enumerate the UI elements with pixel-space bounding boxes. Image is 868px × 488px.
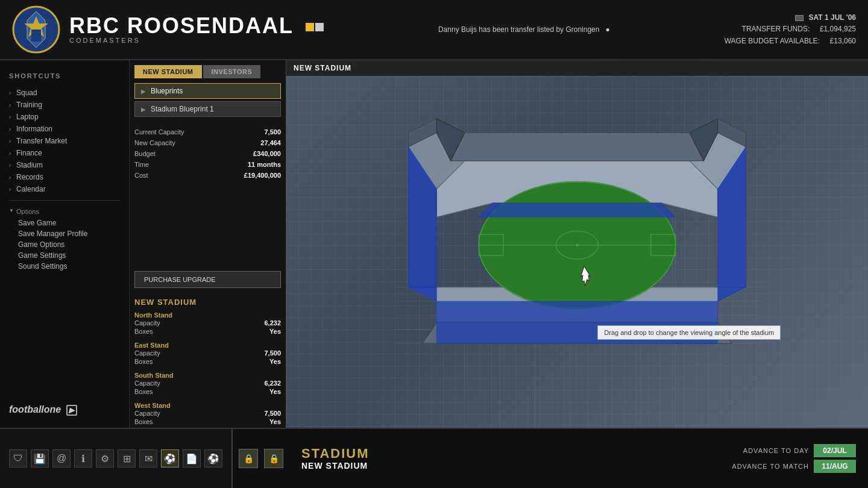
- arrow-icon: ›: [9, 162, 11, 169]
- sidebar-item-game-settings[interactable]: Game Settings: [9, 250, 120, 261]
- svg-point-33: [576, 244, 579, 247]
- bottom-icon-at[interactable]: @: [52, 449, 71, 468]
- arrow-icon: ›: [9, 102, 11, 108]
- advance-match-label: ADVANCE TO MATCH: [719, 463, 809, 470]
- transfer-funds-value: £1,094,925: [820, 25, 856, 33]
- svg-rect-3: [31, 30, 41, 42]
- list-section: ▶ Blueprints ▶ Stadium Blueprint 1: [130, 78, 286, 122]
- nav-divider: [9, 200, 120, 201]
- stat-current-capacity: Current Capacity 7,500: [134, 127, 281, 137]
- center-scroll[interactable]: NEW STADIUM North Stand Capacity 6,232 B…: [130, 293, 286, 428]
- stat-new-capacity: New Capacity 27,464: [134, 137, 281, 148]
- north-stand: North Stand Capacity 6,232 Boxes Yes: [134, 311, 281, 336]
- east-stand: East Stand Capacity 7,500 Boxes Yes: [134, 342, 281, 366]
- bottom-icons: 🛡 💾 @ ℹ ⚙ ⊞ ✉ ⚽ 📄 ⚽: [0, 429, 233, 488]
- sidebar-item-stadium[interactable]: › Stadium: [9, 159, 120, 171]
- sidebar-item-information[interactable]: › Information: [9, 123, 120, 135]
- arrow-icon: ›: [9, 174, 11, 181]
- top-bar: RBC ROOSENDAAL CODEMASTERS Danny Buijs h…: [0, 0, 868, 60]
- bottom-icon-settings[interactable]: ⚙: [96, 449, 114, 468]
- stadium-view[interactable]: NEW STADIUM: [286, 60, 868, 428]
- bottom-icon-soccer2[interactable]: ⚽: [204, 449, 222, 468]
- wage-budget-label: WAGE BUDGET AVAILABLE:: [725, 37, 820, 45]
- tab-investors[interactable]: INVESTORS: [203, 65, 261, 78]
- bottom-icon-info[interactable]: ℹ: [74, 449, 92, 468]
- sidebar-item-save-game[interactable]: Save Game: [9, 217, 120, 228]
- bottom-bar: 🛡 💾 @ ℹ ⚙ ⊞ ✉ ⚽ 📄 ⚽ 🔒 🔒 STADIUM NEW STAD…: [0, 428, 868, 488]
- advance-day-label: ADVANCE TO DAY: [719, 447, 809, 454]
- stadium-3d[interactable]: Drag and drop to change the viewing angl…: [286, 77, 868, 428]
- bottom-icon-doc[interactable]: 📄: [183, 449, 201, 468]
- sidebar-item-squad[interactable]: › Squad: [9, 87, 120, 99]
- shortcuts-title: SHORTCUTS: [9, 72, 120, 80]
- purchase-upgrade-button[interactable]: Purchase Upgrade: [134, 271, 281, 288]
- sidebar: SHORTCUTS › Squad › Training › Laptop › …: [0, 60, 130, 428]
- arrow-icon: ›: [9, 90, 11, 96]
- stat-time: Time 11 months: [134, 159, 281, 170]
- south-stand: South Stand Capacity 6,232 Boxes Yes: [134, 372, 281, 396]
- football-one-icon: ▶: [66, 405, 77, 416]
- envelope-icon: [795, 15, 804, 21]
- sidebar-item-calendar[interactable]: › Calendar: [9, 183, 120, 195]
- bottom-icon-shield[interactable]: 🛡: [9, 449, 27, 468]
- list-item-blueprints[interactable]: ▶ Blueprints: [134, 83, 281, 99]
- club-name: RBC ROOSENDAAL: [69, 15, 294, 37]
- chevron-down-icon: ▼: [9, 208, 14, 213]
- transfer-funds-label: TRANSFER FUNDS:: [742, 25, 810, 33]
- color-box-2: [315, 23, 324, 31]
- sidebar-item-save-manager-profile[interactable]: Save Manager Profile: [9, 228, 120, 239]
- tab-new-stadium[interactable]: NEW STADIUM: [134, 65, 202, 78]
- lock-icon-1[interactable]: 🔒: [239, 449, 258, 468]
- stadium-tooltip: Drag and drop to change the viewing angl…: [597, 325, 781, 340]
- play-icon: ▶: [141, 88, 146, 95]
- sidebar-item-game-options[interactable]: Game Options: [9, 239, 120, 250]
- stadium-section: NEW STADIUM North Stand Capacity 6,232 B…: [130, 293, 286, 428]
- club-name-block: RBC ROOSENDAAL CODEMASTERS: [69, 15, 324, 44]
- svg-marker-21: [451, 133, 704, 161]
- bottom-icon-grid[interactable]: ⊞: [118, 449, 136, 468]
- bottom-stadium-label: STADIUM: [301, 446, 706, 461]
- advance-match-value[interactable]: 11/AUG: [814, 460, 856, 473]
- bottom-stadium-sub: NEW STADIUM: [301, 461, 706, 471]
- bottom-icon-mail[interactable]: ✉: [139, 449, 157, 468]
- stat-cost: Cost £19,400,000: [134, 170, 281, 181]
- bottom-icon-soccer[interactable]: ⚽: [161, 449, 179, 468]
- sidebar-item-finance[interactable]: › Finance: [9, 147, 120, 159]
- football-one-text: footballone: [9, 404, 61, 414]
- bottom-lock-section: 🔒 🔒: [233, 429, 289, 488]
- advance-day-row: ADVANCE TO DAY 02/JUL: [719, 444, 856, 457]
- svg-marker-34: [479, 203, 675, 217]
- main-content: NEW STADIUM INVESTORS ▶ Blueprints ▶ Sta…: [130, 60, 868, 428]
- stadium-svg: [286, 77, 868, 428]
- sidebar-item-laptop[interactable]: › Laptop: [9, 111, 120, 123]
- play-icon: ▶: [141, 106, 146, 113]
- sidebar-item-training[interactable]: › Training: [9, 99, 120, 111]
- advance-day-value[interactable]: 02/JUL: [814, 444, 856, 457]
- color-box-1: [306, 23, 314, 31]
- news-ticker: Danny Buijs has been transfer listed by …: [324, 25, 725, 34]
- lock-icon-2[interactable]: 🔒: [264, 449, 283, 468]
- advance-section: ADVANCE TO DAY 02/JUL ADVANCE TO MATCH 1…: [719, 444, 868, 473]
- sidebar-item-transfer-market[interactable]: › Transfer Market: [9, 135, 120, 147]
- arrow-icon: ›: [9, 138, 11, 145]
- sidebar-item-records[interactable]: › Records: [9, 171, 120, 183]
- arrow-icon: ›: [9, 150, 11, 157]
- arrow-icon: ›: [9, 114, 11, 120]
- stadium-view-header: NEW STADIUM: [286, 60, 868, 77]
- date-display: SAT 1 JUL '06: [809, 13, 856, 22]
- arrow-icon: ›: [9, 186, 11, 193]
- bottom-icon-save[interactable]: 💾: [31, 449, 49, 468]
- top-right: SAT 1 JUL '06 TRANSFER FUNDS: £1,094,925…: [725, 12, 856, 47]
- center-panel: NEW STADIUM INVESTORS ▶ Blueprints ▶ Sta…: [130, 60, 286, 428]
- options-section[interactable]: ▼ Options: [9, 205, 120, 217]
- west-stand: West Stand Capacity 7,500 Boxes Yes: [134, 402, 281, 426]
- advance-match-row: ADVANCE TO MATCH 11/AUG: [719, 460, 856, 473]
- sidebar-item-sound-settings[interactable]: Sound Settings: [9, 261, 120, 272]
- stat-budget: Budget £340,000: [134, 148, 281, 159]
- club-logo: [12, 5, 60, 54]
- arrow-icon: ›: [9, 126, 11, 133]
- football-one-logo: footballone ▶: [9, 404, 77, 416]
- list-item-blueprint-1[interactable]: ▶ Stadium Blueprint 1: [134, 101, 281, 117]
- tabs-row: NEW STADIUM INVESTORS: [130, 60, 286, 78]
- wage-budget-value: £13,060: [830, 37, 856, 45]
